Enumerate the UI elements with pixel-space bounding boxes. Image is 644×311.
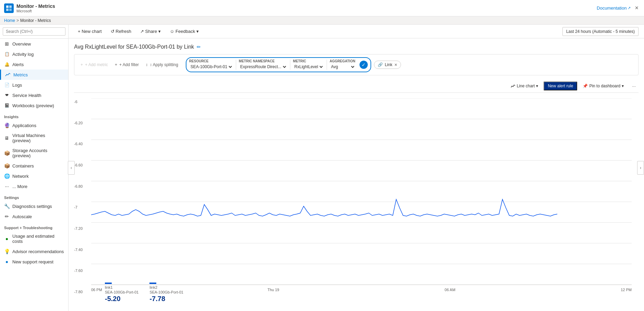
sidebar-item-more[interactable]: ··· ... More xyxy=(0,181,68,191)
sidebar-search-container xyxy=(0,25,68,39)
advisor-icon: 💡 xyxy=(4,249,10,254)
time-range-button[interactable]: Last 24 hours (Automatic - 5 minutes) xyxy=(562,27,639,36)
metrics-icon xyxy=(5,72,11,77)
refresh-button[interactable]: ↺ Refresh xyxy=(107,27,135,36)
legend-item-link1: link1 SEA-100Gb-Port-01 -5.20 xyxy=(105,283,138,303)
line-chart-icon xyxy=(511,84,515,88)
metric-selector-bar: + + Add metric + + Add filter ↕ ↕ Apply … xyxy=(74,54,639,75)
legend-color-link2 xyxy=(149,283,156,284)
support-request-icon: ● xyxy=(4,259,10,264)
chart-visualization: -6 -6.20 -6.40 -6.60 -6.80 -7 -7.20 -7.4… xyxy=(74,98,639,306)
breadcrumb: Home > Monitor - Metrics xyxy=(0,16,644,25)
feedback-button[interactable]: ☺ Feedback ▾ xyxy=(166,27,203,36)
sidebar-item-diagnostics[interactable]: 🔧 Diagnostics settings xyxy=(0,201,68,211)
aggregation-field: AGGREGATION Avg Min Max xyxy=(330,59,355,70)
namespace-field: METRIC NAMESPACE ExpressRoute Direct... xyxy=(239,59,287,70)
insights-section-label: Insights xyxy=(0,111,68,120)
sidebar-item-autoscale[interactable]: ✏ Autoscale xyxy=(0,211,68,222)
sidebar-item-storage-accounts[interactable]: 📦 Storage Accounts (preview) xyxy=(0,146,68,161)
sidebar-item-overview[interactable]: ⊞ Overview xyxy=(0,39,68,49)
svg-rect-2 xyxy=(6,9,9,11)
chart-title: Avg RxLightLevel for SEA-100Gb-Port-01 b… xyxy=(74,44,194,50)
app-title: Monitor - Metrics Microsoft xyxy=(16,3,55,13)
autoscale-icon: ✏ xyxy=(4,214,10,219)
legend-item-link2: link2 SEA-100Gb-Port-01 -7.78 xyxy=(149,283,183,303)
field-separator-3 xyxy=(327,60,327,70)
breadcrumb-home[interactable]: Home xyxy=(4,18,15,23)
remove-link-filter-button[interactable]: × xyxy=(394,62,397,67)
sidebar-item-usage-costs[interactable]: ● Usage and estimated costs xyxy=(0,231,68,246)
support-section-label: Support + Troubleshooting xyxy=(0,222,68,231)
search-input[interactable] xyxy=(3,27,65,36)
legend-resource-link1: SEA-100Gb-Port-01 xyxy=(105,290,138,294)
sidebar-item-applications[interactable]: 🔮 Applications xyxy=(0,120,68,130)
workbooks-icon: 📓 xyxy=(4,103,10,108)
chart-more-button[interactable]: ··· xyxy=(629,82,639,90)
sidebar-item-advisor[interactable]: 💡 Advisor recommendations xyxy=(0,246,68,257)
app-title-main: Monitor - Metrics xyxy=(16,3,55,9)
chart-title-row: Avg RxLightLevel for SEA-100Gb-Port-01 b… xyxy=(74,44,639,50)
service-health-icon: ❤ xyxy=(4,92,10,98)
sidebar-item-metrics[interactable]: Metrics xyxy=(0,70,68,80)
applications-icon: 🔮 xyxy=(4,123,10,128)
svg-rect-0 xyxy=(6,5,9,8)
breadcrumb-separator: > xyxy=(16,18,19,23)
sidebar-item-alerts[interactable]: 🔔 Alerts xyxy=(0,59,68,70)
chart-svg xyxy=(91,98,632,285)
documentation-link[interactable]: Documentation ↗ xyxy=(597,5,631,11)
add-metric-button[interactable]: + + Add metric xyxy=(78,61,110,68)
pin-to-dashboard-button[interactable]: 📌 Pin to dashboard ▾ xyxy=(580,82,627,90)
metric-actions: + + Add metric + + Add filter ↕ ↕ Apply … xyxy=(78,61,180,68)
add-filter-button[interactable]: + + Add filter xyxy=(113,61,141,68)
main-toolbar: + New chart ↺ Refresh ↗ Share ▾ ☺ Feedba… xyxy=(69,25,644,38)
share-button[interactable]: ↗ Share ▾ xyxy=(136,27,165,36)
new-alert-rule-button[interactable]: New alert rule xyxy=(544,82,577,90)
sidebar-collapse-button[interactable]: ‹ xyxy=(68,161,75,175)
chart-legend: link1 SEA-100Gb-Port-01 -5.20 link2 SEA-… xyxy=(88,280,201,306)
apply-splitting-button[interactable]: ↕ ↕ Apply splitting xyxy=(144,61,180,68)
close-button[interactable]: × xyxy=(633,3,640,13)
resource-select[interactable]: SEA-100Gb-Port-01 xyxy=(189,63,233,70)
sidebar-item-activity-log[interactable]: 📋 Activity log xyxy=(0,49,68,59)
sidebar-item-logs[interactable]: 📄 Logs xyxy=(0,80,68,90)
sidebar-item-service-health[interactable]: ❤ Service Health xyxy=(0,90,68,100)
legend-value-link2: -7.78 xyxy=(149,295,183,303)
breadcrumb-current: Monitor - Metrics xyxy=(20,18,51,23)
sidebar: ⊞ Overview 📋 Activity log 🔔 Alerts Metri… xyxy=(0,25,69,311)
field-separator-2 xyxy=(290,60,290,70)
settings-section-label: Settings xyxy=(0,191,68,201)
content-expand-button[interactable]: › xyxy=(637,161,644,175)
activity-log-icon: 📋 xyxy=(4,51,10,57)
sidebar-item-containers[interactable]: 📦 Containers xyxy=(0,161,68,171)
edit-title-icon[interactable]: ✏ xyxy=(197,44,201,50)
aggregation-select[interactable]: Avg Min Max xyxy=(330,63,355,70)
confirm-metric-button[interactable]: ✓ xyxy=(360,61,368,69)
logs-icon: 📄 xyxy=(4,82,10,88)
chart-area: Avg RxLightLevel for SEA-100Gb-Port-01 b… xyxy=(69,38,644,311)
sidebar-item-network[interactable]: 🌐 Network xyxy=(0,171,68,181)
metric-selectors-group: RESOURCE SEA-100Gb-Port-01 METRIC NAMESP… xyxy=(186,57,371,72)
y-axis-labels: -6 -6.20 -6.40 -6.60 -6.80 -7 -7.20 -7.4… xyxy=(74,98,88,295)
app-icon xyxy=(4,3,14,13)
chart-type-button[interactable]: Line chart ▾ xyxy=(508,82,541,90)
field-separator-1 xyxy=(236,60,236,70)
usage-costs-icon: ● xyxy=(4,236,10,241)
namespace-select[interactable]: ExpressRoute Direct... xyxy=(239,63,287,70)
vm-icon: 🖥 xyxy=(4,135,10,141)
top-bar: Monitor - Metrics Microsoft Documentatio… xyxy=(0,0,644,16)
toolbar-right: Last 24 hours (Automatic - 5 minutes) xyxy=(562,27,639,36)
overview-icon: ⊞ xyxy=(4,41,10,47)
svg-rect-1 xyxy=(9,5,12,8)
containers-icon: 📦 xyxy=(4,163,10,169)
sidebar-item-workbooks[interactable]: 📓 Workbooks (preview) xyxy=(0,100,68,111)
legend-label-link1: link1 xyxy=(105,285,138,289)
legend-resource-link2: SEA-100Gb-Port-01 xyxy=(149,290,183,294)
content-area: + New chart ↺ Refresh ↗ Share ▾ ☺ Feedba… xyxy=(69,25,644,311)
link-filter-tag[interactable]: 🔗 Link × xyxy=(374,61,401,69)
sidebar-item-support-request[interactable]: ● New support request xyxy=(0,257,68,267)
network-icon: 🌐 xyxy=(4,173,10,179)
metric-select[interactable]: RxLightLevel xyxy=(293,63,324,70)
sidebar-item-virtual-machines[interactable]: 🖥 Virtual Machines (preview) xyxy=(0,130,68,146)
storage-icon: 📦 xyxy=(4,150,10,156)
new-chart-button[interactable]: + New chart xyxy=(74,27,106,36)
